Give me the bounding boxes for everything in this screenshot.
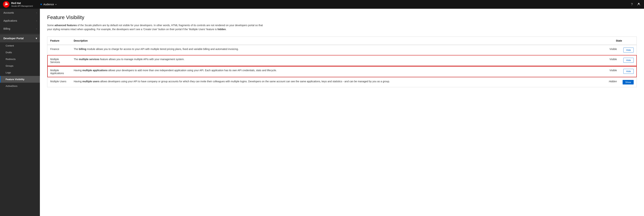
audience-label: Audience [43,3,54,6]
sidebar-item-activedocs[interactable]: ActiveDocs [0,83,40,89]
brand-text: Red Hat 3scale API Management [11,2,33,7]
th-feature: Feature [47,37,71,45]
sidebar: Accounts › Applications › Billing › Deve… [0,9,40,216]
sidebar-content-label: Content [6,44,14,47]
th-state: State [605,37,636,45]
hide-button-finance[interactable]: Hide [623,48,634,53]
navbar-right: ? [630,2,641,7]
sidebar-applications-chevron-icon: › [36,20,37,22]
audience-chevron-icon: ▾ [56,4,56,6]
brand-sub: 3scale API Management [11,5,33,7]
sidebar-accounts-label: Accounts [4,11,14,14]
desc-hidden: hidden [218,28,226,31]
cell-description-multiple-services: The multiple services feature allows you… [71,55,606,66]
sidebar-developer-portal-chevron-icon: ▾ [36,37,37,40]
hide-button-multiple-services[interactable]: Hide [623,58,634,63]
cell-description-multiple-users: Having multiple users allows developers … [71,77,606,87]
user-button[interactable] [636,2,641,7]
hide-button-multiple-applications[interactable]: Hide [623,69,634,74]
cell-state-finance: Visible [605,45,620,55]
th-description: Description [71,37,606,45]
brand: Red Hat 3scale API Management [3,1,33,8]
cell-action-multiple-users: Show [620,77,636,87]
cell-description-finance: The billing module allows you to charge … [71,45,606,55]
sidebar-divider [0,33,40,34]
sidebar-item-groups[interactable]: Groups [0,62,40,69]
sidebar-item-accounts[interactable]: Accounts › [0,9,40,17]
sidebar-developer-portal-header[interactable]: Developer Portal ▾ [0,34,40,42]
sidebar-item-feature-visibility[interactable]: Feature Visibility [0,76,40,83]
sidebar-logo-label: Logo [6,71,11,74]
table-row: Multiple ApplicationsHaving multiple app… [47,66,637,77]
sidebar-item-applications[interactable]: Applications › [0,17,40,25]
sidebar-billing-label: Billing [4,27,10,30]
desc-advanced-features: advanced features [54,24,77,27]
brand-main: Red Hat [11,2,33,5]
sidebar-applications-label: Applications [4,19,17,22]
table-row: Multiple UsersHaving multiple users allo… [47,77,637,87]
user-icon [637,3,640,6]
sidebar-item-content[interactable]: Content [0,42,40,49]
cell-state-multiple-applications: Visible [605,66,620,77]
sidebar-groups-label: Groups [6,64,14,67]
cell-description-multiple-applications: Having multiple applications allows your… [71,66,606,77]
page-title: Feature Visibility [47,15,637,20]
sidebar-feature-visibility-label: Feature Visibility [6,78,24,81]
sidebar-billing-chevron-icon: › [36,28,37,30]
table-row: Multiple ServicesThe multiple services f… [47,55,637,66]
help-button[interactable]: ? [630,2,634,7]
sidebar-redirects-label: Redirects [6,58,16,60]
redhat-logo [3,1,10,8]
sidebar-item-logo[interactable]: Logo [0,69,40,76]
sidebar-item-drafts[interactable]: Drafts [0,49,40,56]
sidebar-activedocs-label: ActiveDocs [6,85,18,87]
cell-action-multiple-services: Hide [620,55,636,66]
page-description: Some advanced features of the 3scale pla… [47,23,265,31]
sidebar-developer-portal-label: Developer Portal [4,37,24,40]
cell-feature-multiple-applications: Multiple Applications [47,66,71,77]
navbar: Red Hat 3scale API Management Audience ▾… [0,0,644,9]
show-button-multiple-users[interactable]: Show [622,80,634,84]
sidebar-item-billing[interactable]: Billing › [0,25,40,33]
cell-feature-multiple-users: Multiple Users [47,77,71,87]
table-row: FinanceThe billing module allows you to … [47,45,637,55]
cell-feature-multiple-services: Multiple Services [47,55,71,66]
main-content: Feature Visibility Some advanced feature… [40,9,644,216]
redhat-logo-icon [3,1,10,8]
table-header-row: Feature Description State [47,37,637,45]
feature-table: Feature Description State FinanceThe bil… [47,37,637,87]
sidebar-item-redirects[interactable]: Redirects [0,56,40,62]
main-layout: Accounts › Applications › Billing › Deve… [0,9,644,216]
sidebar-accounts-chevron-icon: › [36,12,37,14]
cell-action-finance: Hide [620,45,636,55]
sidebar-drafts-label: Drafts [6,51,12,54]
cell-state-multiple-services: Visible [605,55,620,66]
audience-dropdown[interactable]: Audience ▾ [38,2,58,7]
cell-feature-finance: Finance [47,45,71,55]
cell-state-multiple-users: Hidden [605,77,620,87]
sidebar-developer-portal-subsection: Content Drafts Redirects Groups Logo Fea… [0,42,40,89]
cell-action-multiple-applications: Hide [620,66,636,77]
audience-status-dot [40,4,42,5]
